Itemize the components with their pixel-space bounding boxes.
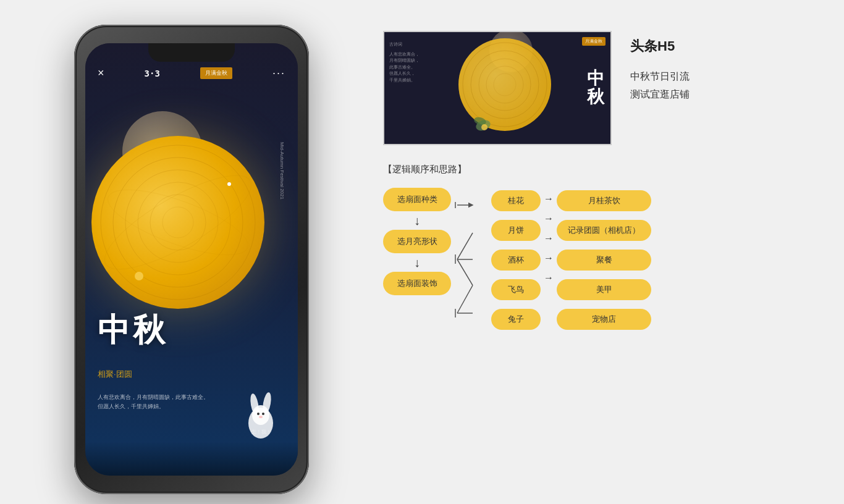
phone-mockup: × 3·3 月满金秋 ··· bbox=[62, 19, 321, 500]
h5-preview-section: 月满金秋 中秋 古诗词 人有悲欢离合， 月有阴晴圆缺， 此事古难全。 但愿人长久… bbox=[383, 31, 825, 145]
logic-title: 【逻辑顺序和思路】 bbox=[383, 164, 825, 175]
svg-point-2 bbox=[125, 170, 230, 275]
phone-notch bbox=[148, 43, 235, 62]
bracket-svg bbox=[454, 193, 488, 326]
svg-line-28 bbox=[457, 285, 473, 313]
flow-diagram: 选扇面种类 ↓ 选月亮形状 ↓ 选扇面装饰 bbox=[383, 188, 825, 330]
flow-node-meijia: 美甲 bbox=[557, 279, 651, 300]
moon-large bbox=[91, 136, 264, 309]
flow-node-select-decor: 选扇面装饰 bbox=[383, 272, 451, 295]
flow-node-tuzi: 兔子 bbox=[491, 309, 541, 330]
down-arrow-1: ↓ bbox=[414, 214, 420, 227]
close-icon[interactable]: × bbox=[98, 67, 104, 80]
flow-node-select-shape: 选月亮形状 bbox=[383, 230, 451, 253]
svg-point-23 bbox=[481, 124, 487, 130]
h5-desc: 中秋节日引流 测试宜逛店铺 bbox=[630, 68, 690, 104]
svg-point-14 bbox=[259, 416, 263, 418]
svg-point-0 bbox=[101, 145, 255, 300]
flow-left-column: 选扇面种类 ↓ 选月亮形状 ↓ 选扇面装饰 bbox=[383, 188, 451, 295]
right-panel: 月满金秋 中秋 古诗词 人有悲欢离合， 月有阴晴圆缺， 此事古难全。 但愿人长久… bbox=[383, 31, 825, 330]
h5-info: 头条H5 中秋节日引流 测试宜逛店铺 bbox=[630, 31, 690, 104]
screen-bottom-gradient bbox=[85, 442, 298, 476]
flow-middle-column: 桂花 月饼 酒杯 飞鸟 兔子 bbox=[491, 188, 541, 330]
svg-point-20 bbox=[494, 74, 516, 96]
flow-arrows-column: → → → → → bbox=[544, 188, 554, 284]
logic-section: 【逻辑顺序和思路】 选扇面种类 ↓ 选月亮形状 ↓ 选扇面装饰 bbox=[383, 164, 825, 330]
screen-subtitle: 相聚·团圆 bbox=[98, 369, 132, 380]
flow-node-feiniao: 飞鸟 bbox=[491, 279, 541, 300]
svg-point-19 bbox=[486, 66, 523, 103]
rabbit-figure: 怎！我！ bbox=[239, 383, 282, 439]
svg-line-27 bbox=[457, 259, 473, 285]
flow-node-yuebing: 月饼 bbox=[491, 220, 541, 241]
flow-node-jiubei: 酒杯 bbox=[491, 250, 541, 271]
svg-point-5 bbox=[162, 207, 193, 238]
phone-screen: × 3·3 月满金秋 ··· bbox=[85, 43, 298, 476]
svg-point-13 bbox=[262, 413, 264, 415]
thumb-zhongqiu: 中秋 bbox=[587, 69, 604, 107]
moon-dot-yellow bbox=[135, 272, 143, 280]
arrow-4: → bbox=[544, 253, 554, 264]
svg-line-25 bbox=[457, 233, 473, 259]
flow-node-jucan: 聚餐 bbox=[557, 250, 651, 271]
arrow-2: → bbox=[544, 213, 554, 224]
down-arrow-2: ↓ bbox=[414, 256, 420, 269]
flow-node-chongwudian: 宠物店 bbox=[557, 309, 651, 330]
flow-node-jilutuanyuan: 记录团圆（相机店） bbox=[557, 220, 651, 241]
h5-title: 头条H5 bbox=[630, 37, 690, 56]
arrow-1: → bbox=[544, 193, 554, 204]
svg-text:怎！我！: 怎！我！ bbox=[251, 429, 271, 435]
zhongqiu-text: 中秋 bbox=[98, 309, 168, 352]
screen-header: × 3·3 月满金秋 ··· bbox=[85, 67, 298, 80]
flow-right-column: 月桂茶饮 记录团圆（相机店） 聚餐 美甲 宠物店 bbox=[557, 188, 651, 330]
flow-node-guihua: 桂花 bbox=[491, 190, 541, 211]
svg-point-11 bbox=[252, 405, 269, 425]
svg-point-4 bbox=[150, 195, 206, 250]
screen-content: × 3·3 月满金秋 ··· bbox=[85, 43, 298, 476]
svg-point-7 bbox=[101, 177, 255, 268]
thumb-left-text: 古诗词 人有悲欢离合， 月有阴晴圆缺， 此事古难全。 但愿人长久， 千里共婵娟。 bbox=[389, 41, 420, 83]
svg-point-18 bbox=[479, 59, 531, 111]
arrow-5: → bbox=[544, 272, 554, 284]
flow-node-yueguichaying: 月桂茶饮 bbox=[557, 190, 651, 211]
moon-dot-white bbox=[227, 182, 231, 186]
svg-point-12 bbox=[257, 413, 260, 415]
thumb-badge: 月满金秋 bbox=[582, 37, 606, 46]
logo: 3·3 bbox=[145, 69, 160, 78]
svg-point-6 bbox=[93, 159, 263, 285]
screen-desc: 人有悲欢离合，月有阴晴圆缺，此事古难全。 但愿人长久，千里共婵娟。 bbox=[98, 393, 209, 411]
phone-shell: × 3·3 月满金秋 ··· bbox=[74, 25, 309, 494]
h5-thumbnail: 月满金秋 中秋 古诗词 人有悲欢离合， 月有阴晴圆缺， 此事古难全。 但愿人长久… bbox=[383, 31, 612, 145]
bracket-connector bbox=[454, 188, 488, 326]
menu-icon[interactable]: ··· bbox=[272, 67, 285, 80]
title-badge: 月满金秋 bbox=[200, 67, 232, 79]
arrow-3: → bbox=[544, 233, 554, 244]
plant-decoration bbox=[471, 104, 496, 135]
sidebar-text: Mid-Autumn Festival 2021 bbox=[279, 142, 285, 200]
flow-node-select-type: 选扇面种类 bbox=[383, 188, 451, 211]
